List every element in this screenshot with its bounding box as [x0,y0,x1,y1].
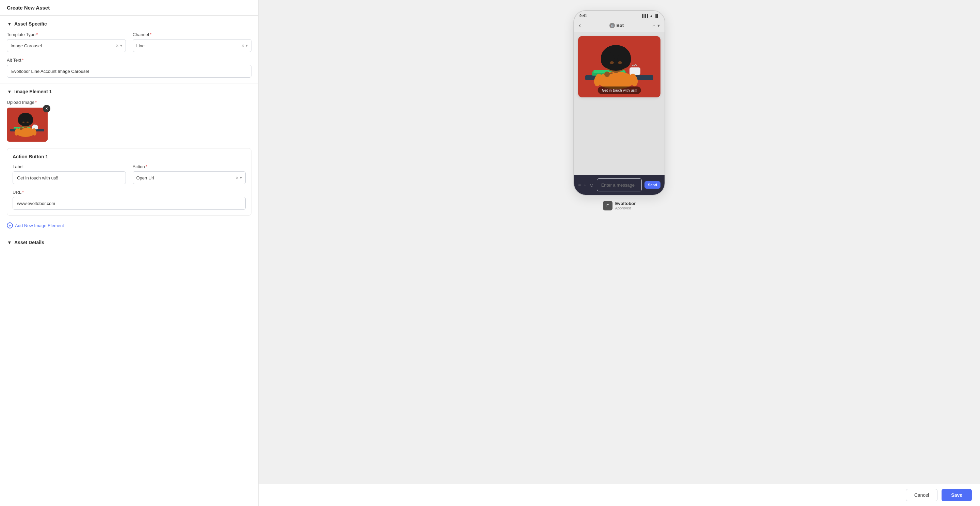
label-action-row: Label Action* Open Url × ▾ [13,164,246,184]
phone-mockup: 9:41 ▐▐▐ ▲ ▐▌ ‹ 🤖 Bot ⌂ [573,10,665,195]
action-select[interactable]: Open Url × ▾ [133,171,246,184]
image-preview [7,108,48,142]
template-type-value: Image Carousel [11,43,116,48]
button-label-input[interactable] [13,171,126,184]
image-element-header[interactable]: ▾ Image Element 1 [7,89,251,94]
emoji-icon[interactable]: ☺ [589,182,594,188]
url-label: URL* [13,190,246,195]
channel-value: Line [137,43,242,48]
back-icon[interactable]: ‹ [579,22,581,29]
template-type-label: Template Type* [7,32,126,37]
phone-body: Get in touch with us!! [574,32,665,175]
bot-avatar-icon: 🤖 [609,23,615,28]
template-type-arrow-icon: ▾ [120,43,122,48]
right-panel: 9:41 ▐▐▐ ▲ ▐▌ ‹ 🤖 Bot ⌂ [259,0,980,506]
bottom-action-bar: Cancel Save [259,484,980,506]
carousel-button-text: Get in touch with us!! [602,88,637,92]
phone-header-center: 🤖 Bot [609,23,624,28]
channel-label: Channel* [133,32,252,37]
bot-name: Bot [616,23,624,28]
chevron-down-icon: ▾ [7,21,11,26]
add-image-element-button[interactable]: + Add New Image Element [7,222,251,228]
svg-rect-19 [630,67,640,75]
asset-specific-label: Asset Specific [14,21,47,27]
plus-circle-icon: + [7,222,13,228]
asset-details-section: ▾ Asset Details [0,234,258,256]
asset-specific-section: ▾ Asset Specific Template Type* Image Ca… [0,16,258,83]
phone-footer: ≡ + ☺ Send [574,175,665,195]
home-icon[interactable]: ⌂ [653,23,655,28]
phone-time: 9:41 [579,14,587,18]
svg-point-24 [601,52,614,68]
preview-caption: E Evoltobor Approved [603,201,636,211]
action-button-box: Action Button 1 Label Action* Open Url × [7,148,251,215]
asset-specific-header[interactable]: ▾ Asset Specific [7,21,251,27]
phone-app-header: ‹ 🤖 Bot ⌂ ▾ [574,19,665,32]
svg-point-25 [617,52,631,68]
template-channel-row: Template Type* Image Carousel × ▾ Channe… [7,32,251,52]
action-clear-icon[interactable]: × [236,175,239,180]
carousel-image: Get in touch with us!! [578,36,660,97]
save-button[interactable]: Save [942,489,972,501]
image-element-chevron-icon: ▾ [7,89,11,94]
button-label-group: Label [13,164,126,184]
caption-name: Evoltobor [615,201,636,206]
action-label: Action* [133,164,246,169]
wifi-icon: ▲ [649,14,653,18]
url-group: URL* [13,190,246,210]
cancel-button[interactable]: Cancel [906,489,938,501]
evoltobor-avatar-icon: E [603,201,612,211]
svg-point-12 [27,121,29,123]
preview-caption-text: Evoltobor Approved [615,201,636,210]
image-element-section: ▾ Image Element 1 Upload Image* [0,83,258,234]
image-preview-wrapper: × [7,108,48,142]
channel-clear-icon[interactable]: × [242,43,244,48]
battery-icon: ▐▌ [654,14,659,18]
action-arrow-icon: ▾ [240,176,242,180]
send-button[interactable]: Send [644,181,660,188]
asset-details-chevron-icon: ▾ [7,240,11,245]
svg-point-9 [18,117,25,125]
caption-status: Approved [615,206,636,210]
left-panel: Create New Asset ▾ Asset Specific Templa… [0,0,259,506]
image-element-label: Image Element 1 [14,89,52,94]
message-input[interactable] [597,179,642,192]
channel-select[interactable]: Line × ▾ [133,39,252,52]
page-title: Create New Asset [0,0,258,16]
attach-icon[interactable]: + [584,182,586,188]
template-type-clear-icon[interactable]: × [116,43,118,48]
upload-area: Upload Image* [7,100,251,143]
phone-status-bar: 9:41 ▐▐▐ ▲ ▐▌ [574,11,665,19]
template-type-select[interactable]: Image Carousel × ▾ [7,39,126,52]
action-button-title: Action Button 1 [13,154,246,160]
alt-text-input[interactable] [7,65,251,78]
action-group: Action* Open Url × ▾ [133,164,246,184]
button-label-label: Label [13,164,126,169]
url-input[interactable] [13,197,246,210]
channel-group: Channel* Line × ▾ [133,32,252,52]
svg-point-11 [22,121,24,123]
carousel-overlay-button[interactable]: Get in touch with us!! [598,86,641,94]
upload-image-label: Upload Image* [7,100,251,105]
channel-arrow-icon: ▾ [246,43,248,48]
preview-illustration [7,108,48,142]
svg-point-27 [618,61,622,64]
header-right-icons: ⌂ ▾ [653,23,660,28]
menu-icon[interactable]: ≡ [578,182,581,188]
action-value: Open Url [137,176,236,180]
svg-point-5 [16,127,35,137]
more-icon[interactable]: ▾ [657,23,660,28]
template-type-group: Template Type* Image Carousel × ▾ [7,32,126,52]
add-element-label: Add New Image Element [15,223,64,228]
signal-icon: ▐▐▐ [641,14,648,18]
carousel-preview-card: Get in touch with us!! [578,36,660,97]
alt-text-label: Alt Text* [7,57,251,63]
phone-mockup-container: 9:41 ▐▐▐ ▲ ▐▌ ‹ 🤖 Bot ⌂ [573,10,665,211]
svg-point-10 [26,117,33,125]
svg-point-26 [610,61,614,64]
remove-image-button[interactable]: × [43,105,50,112]
asset-details-label: Asset Details [14,240,44,245]
alt-text-group: Alt Text* [7,57,251,78]
phone-status-icons: ▐▐▐ ▲ ▐▌ [641,14,659,18]
asset-details-header[interactable]: ▾ Asset Details [7,240,251,245]
